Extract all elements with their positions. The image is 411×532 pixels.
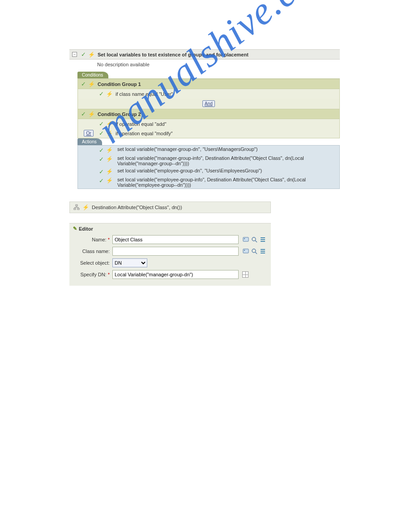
check-icon: ✓ — [99, 168, 104, 175]
condition-text: if operation equal "add" — [116, 121, 167, 127]
condition-group-header[interactable]: ✓ ⚡ Condition Group 1 — [78, 79, 339, 89]
check-icon: ✓ — [99, 156, 104, 163]
bolt-icon: ⚡ — [106, 168, 113, 175]
search-icon[interactable] — [251, 248, 258, 255]
action-row[interactable]: ✓ ⚡ set local variable("employee-group-d… — [78, 167, 339, 176]
bolt-icon: ⚡ — [106, 91, 113, 97]
name-input[interactable] — [112, 235, 239, 244]
check-icon: ✓ — [99, 147, 104, 154]
conditions-panel: ✓ ⚡ Condition Group 1 ✓ ⚡ if class name … — [77, 78, 340, 138]
and-row: And — [78, 99, 339, 109]
bolt-icon: ⚡ — [106, 130, 113, 137]
list-icon[interactable] — [259, 248, 266, 255]
editor-row-name: Name: * — [69, 234, 271, 245]
action-text: set local variable("employee-group-info"… — [116, 177, 338, 188]
rule-header: − ✓ ⚡ Set local variables to test existe… — [69, 49, 340, 60]
svg-rect-2 — [77, 208, 79, 210]
select-object-dropdown[interactable]: DN — [112, 258, 147, 267]
rule-description: No description available — [69, 60, 340, 72]
action-text: set local variable("manager-group-dn", "… — [116, 146, 338, 152]
svg-point-11 — [244, 250, 245, 251]
check-icon: ✓ — [81, 51, 86, 58]
condition-row[interactable]: Or ✓ ⚡ if operation equal "modify" — [78, 129, 339, 138]
name-label: Name: * — [73, 237, 112, 242]
action-text: set local variable("employee-group-dn", … — [116, 168, 338, 173]
browse-icon[interactable] — [242, 236, 249, 243]
condition-group-header[interactable]: ✓ ⚡ Condition Group 2 — [78, 109, 339, 119]
check-icon: ✓ — [81, 81, 86, 87]
tab-actions[interactable]: Actions — [77, 138, 102, 145]
action-row[interactable]: ✓ ⚡ set local variable("manager-group-in… — [78, 154, 339, 167]
pencil-icon: ✎ — [73, 226, 77, 232]
svg-point-4 — [244, 238, 245, 239]
condition-text: if class name equal "User" — [116, 91, 173, 97]
editor-row-select: Select object: DN — [69, 257, 271, 269]
check-icon: ✓ — [99, 90, 104, 97]
check-icon: ✓ — [99, 130, 104, 137]
search-icon[interactable] — [251, 236, 258, 243]
svg-line-6 — [255, 240, 257, 242]
svg-line-13 — [255, 252, 257, 254]
or-badge[interactable]: Or — [84, 130, 93, 137]
check-icon: ✓ — [81, 111, 86, 117]
actions-panel: ✓ ⚡ set local variable("manager-group-dn… — [77, 145, 340, 189]
action-row[interactable]: ✓ ⚡ set local variable("manager-group-dn… — [78, 146, 339, 154]
check-icon: ✓ — [99, 177, 104, 184]
condition-group-title: Condition Group 2 — [98, 112, 141, 117]
bolt-icon: ⚡ — [88, 81, 95, 87]
bolt-icon: ⚡ — [106, 121, 113, 127]
action-row[interactable]: ✓ ⚡ set local variable("employee-group-i… — [78, 176, 339, 189]
svg-rect-3 — [243, 237, 248, 241]
bolt-icon: ⚡ — [82, 204, 89, 210]
editor-row-dn: Specify DN: * — [69, 269, 271, 280]
condition-row[interactable]: ✓ ⚡ if operation equal "add" — [78, 119, 339, 129]
svg-rect-1 — [74, 208, 76, 210]
editor-panel: ✎ Editor Name: * Class name: Select obje… — [69, 223, 271, 286]
editor-row-class: Class name: — [69, 245, 271, 257]
and-badge[interactable]: And — [202, 100, 215, 107]
class-label: Class name: — [73, 249, 112, 254]
breadcrumb: ⚡ Destination Attribute("Object Class", … — [69, 202, 271, 213]
tree-icon — [73, 204, 80, 210]
svg-rect-10 — [243, 249, 248, 253]
svg-rect-0 — [76, 205, 77, 206]
bolt-icon: ⚡ — [88, 51, 95, 58]
list-icon[interactable] — [259, 236, 266, 243]
tab-conditions[interactable]: Conditions — [77, 72, 108, 78]
breadcrumb-text: Destination Attribute("Object Class", dn… — [92, 205, 182, 210]
editor-header: ✎ Editor — [69, 223, 271, 234]
dn-input[interactable] — [112, 270, 239, 279]
action-text: set local variable("manager-group-info",… — [116, 155, 338, 166]
check-icon: ✓ — [99, 120, 104, 127]
argument-builder-icon[interactable] — [242, 271, 248, 278]
select-label: Select object: — [73, 260, 112, 266]
svg-point-5 — [252, 237, 256, 241]
bolt-icon: ⚡ — [106, 147, 113, 153]
editor-title: Editor — [79, 226, 93, 232]
condition-group-title: Condition Group 1 — [98, 82, 141, 87]
collapse-icon[interactable]: − — [72, 52, 77, 57]
bolt-icon: ⚡ — [106, 156, 113, 162]
svg-point-12 — [252, 249, 256, 253]
rule-title: Set local variables to test existence of… — [98, 52, 248, 57]
class-input[interactable] — [112, 247, 239, 256]
condition-text: if operation equal "modify" — [116, 131, 173, 136]
condition-row[interactable]: ✓ ⚡ if class name equal "User" — [78, 89, 339, 99]
bolt-icon: ⚡ — [88, 111, 95, 117]
bolt-icon: ⚡ — [106, 177, 113, 184]
browse-icon[interactable] — [242, 248, 249, 255]
dn-label: Specify DN: * — [73, 272, 112, 277]
